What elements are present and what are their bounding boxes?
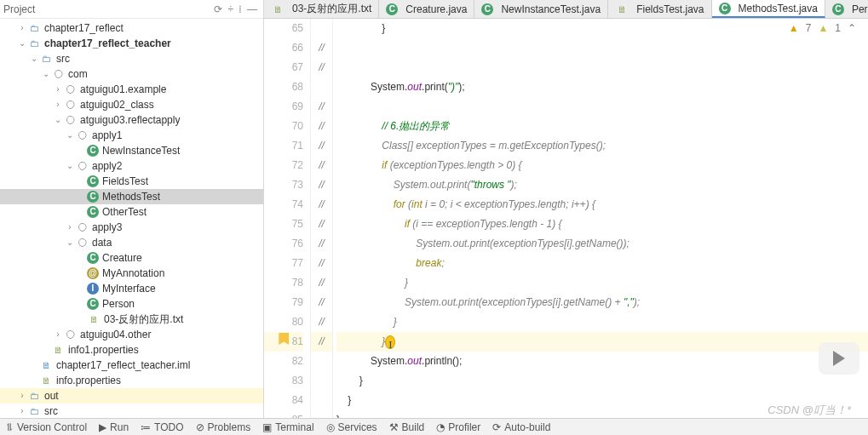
- line-number[interactable]: 68: [264, 77, 303, 97]
- line-number[interactable]: 82: [264, 352, 303, 371]
- collapse-icon[interactable]: ÷: [227, 3, 233, 15]
- line-number[interactable]: 85: [264, 410, 303, 418]
- tree-node[interactable]: CCreature: [0, 250, 263, 266]
- code-line[interactable]: System.out.print(exceptionTypes[i].getNa…: [336, 293, 868, 312]
- code-line[interactable]: Class[] exceptionTypes = m.getExceptionT…: [336, 136, 868, 156]
- code-line[interactable]: for (int i = 0; i < exceptionTypes.lengt…: [336, 195, 868, 215]
- line-number[interactable]: 65: [264, 19, 303, 38]
- fold-gutter[interactable]: //////////////////////////////: [311, 19, 333, 418]
- tree-node[interactable]: 🗎chapter17_reflect_teacher.iml: [0, 358, 263, 373]
- expand-arrow-icon[interactable]: ›: [53, 327, 63, 342]
- statusbar-prob[interactable]: ⊘Problems: [196, 421, 251, 433]
- tree-node[interactable]: ›🞅atguigu04.other: [0, 327, 263, 342]
- editor-tab[interactable]: CNewInstanceTest.java: [474, 0, 608, 18]
- line-number[interactable]: 71: [264, 136, 303, 156]
- code-line[interactable]: }: [336, 410, 868, 418]
- tree-node[interactable]: ⌄🞅atguigu03.reflectapply: [0, 112, 263, 128]
- tree-node[interactable]: IMyInterface: [0, 281, 263, 296]
- tree-node[interactable]: ›🗀out: [0, 388, 263, 404]
- tree-node[interactable]: ›🗀chapter17_reflect: [0, 20, 263, 36]
- line-number[interactable]: 72: [264, 156, 303, 175]
- code-line[interactable]: }: [336, 312, 868, 332]
- code-line[interactable]: System.out.print(")");: [336, 77, 868, 97]
- statusbar-vcs[interactable]: ⥮Version Control: [5, 421, 87, 433]
- editor-tab[interactable]: CPerson.java: [825, 0, 868, 18]
- line-number[interactable]: 76: [264, 234, 303, 254]
- line-number[interactable]: 80: [264, 312, 303, 332]
- expand-arrow-icon[interactable]: ⌄: [65, 158, 75, 174]
- code-content[interactable]: } System.out.print(")"); // 6.抛出的异常 Clas…: [333, 19, 868, 418]
- code-line[interactable]: [336, 58, 868, 77]
- expand-arrow-icon[interactable]: ⌄: [29, 51, 39, 66]
- expand-arrow-icon[interactable]: ›: [17, 388, 27, 404]
- expand-arrow-icon[interactable]: ⌄: [17, 36, 27, 51]
- statusbar-term[interactable]: ▣Terminal: [262, 421, 313, 433]
- tree-node[interactable]: COtherTest: [0, 204, 263, 220]
- expand-arrow-icon[interactable]: ›: [17, 20, 27, 36]
- code-line[interactable]: System.out.print("throws ");: [336, 175, 868, 195]
- tree-node[interactable]: 🗎info.properties: [0, 373, 263, 388]
- tree-node[interactable]: ›🗀src: [0, 404, 263, 418]
- code-line[interactable]: [336, 38, 868, 58]
- editor-tab[interactable]: CMethodsTest.java: [712, 0, 825, 18]
- tree-node[interactable]: ›🞅atguigu01.example: [0, 82, 263, 97]
- line-number[interactable]: 69: [264, 97, 303, 117]
- editor-tab[interactable]: CCreature.java: [379, 0, 474, 18]
- expand-arrow-icon[interactable]: ⌄: [41, 66, 51, 82]
- line-number[interactable]: 73: [264, 175, 303, 195]
- code-line[interactable]: }: [336, 371, 868, 391]
- tree-node[interactable]: ›🞅apply3: [0, 220, 263, 235]
- tree-node[interactable]: ⌄🞅com: [0, 66, 263, 82]
- tree-node[interactable]: CPerson: [0, 296, 263, 312]
- expand-arrow-icon[interactable]: ⌄: [65, 128, 75, 143]
- line-number[interactable]: 66: [264, 38, 303, 58]
- tree-node[interactable]: ⌄🞅apply1: [0, 128, 263, 143]
- tree-node[interactable]: ›🞅atguigu02_class: [0, 97, 263, 112]
- tree-node[interactable]: 🗎03-反射的应用.txt: [0, 312, 263, 327]
- code-line[interactable]: if (exceptionTypes.length > 0) {: [336, 156, 868, 175]
- expand-arrow-icon[interactable]: ›: [53, 97, 63, 112]
- line-number[interactable]: 78: [264, 273, 303, 293]
- project-tree[interactable]: ›🗀chapter17_reflect⌄🗀chapter17_reflect_t…: [0, 19, 263, 418]
- tree-node[interactable]: CMethodsTest: [0, 189, 263, 204]
- editor-tab[interactable]: 🗎FieldsTest.java: [608, 0, 711, 18]
- code-editor[interactable]: ▲7 ▲1 ⌃ 65666768697071727374757677787980…: [264, 19, 868, 418]
- code-line[interactable]: }: [336, 19, 868, 38]
- statusbar-todo[interactable]: ≔TODO: [141, 421, 183, 433]
- editor-tab[interactable]: 🗎03-反射的应用.txt: [264, 0, 379, 18]
- line-number[interactable]: 77: [264, 254, 303, 273]
- hide-icon[interactable]: —: [247, 3, 257, 15]
- tree-node[interactable]: 🗎info1.properties: [0, 342, 263, 358]
- statusbar-prof[interactable]: ◔Profiler: [436, 421, 480, 433]
- code-line[interactable]: }: [336, 391, 868, 410]
- line-number[interactable]: 74: [264, 195, 303, 215]
- expand-arrow-icon[interactable]: ›: [53, 82, 63, 97]
- statusbar-build[interactable]: ⚒Build: [389, 421, 425, 433]
- settings-dropdown-icon[interactable]: ⁞: [239, 3, 242, 15]
- expand-arrow-icon[interactable]: ⌄: [53, 112, 63, 128]
- code-line[interactable]: System.out.print(exceptionTypes[i].getNa…: [336, 234, 868, 254]
- code-line[interactable]: }: [336, 273, 868, 293]
- code-line[interactable]: break;: [336, 254, 868, 273]
- tree-node[interactable]: ⌄🞅data: [0, 235, 263, 250]
- statusbar-svc[interactable]: ◎Services: [326, 421, 377, 433]
- tree-node[interactable]: ⌄🞅apply2: [0, 158, 263, 174]
- line-number[interactable]: 81: [264, 332, 303, 352]
- code-line[interactable]: System.out.println();: [336, 352, 868, 371]
- line-gutter[interactable]: 65666768697071727374757677787980 8182838…: [264, 19, 311, 418]
- code-line[interactable]: if (i == exceptionTypes.length - 1) {: [336, 215, 868, 234]
- statusbar-run[interactable]: ▶Run: [99, 421, 129, 433]
- code-line[interactable]: }: [336, 332, 868, 352]
- editor-tabs[interactable]: 🗎03-反射的应用.txtCCreature.javaCNewInstanceT…: [264, 0, 868, 19]
- tree-node[interactable]: ⌄🗀src: [0, 51, 263, 66]
- tree-node[interactable]: @MyAnnotation: [0, 266, 263, 281]
- refresh-icon[interactable]: ⟳: [214, 3, 222, 15]
- tree-node[interactable]: ⌄🗀chapter17_reflect_teacher: [0, 36, 263, 51]
- line-number[interactable]: 75: [264, 215, 303, 234]
- code-line[interactable]: [336, 97, 868, 117]
- expand-arrow-icon[interactable]: ›: [17, 404, 27, 418]
- code-line[interactable]: // 6.抛出的异常: [336, 117, 868, 136]
- line-number[interactable]: 79: [264, 293, 303, 312]
- tree-node[interactable]: CFieldsTest: [0, 174, 263, 189]
- tree-node[interactable]: CNewInstanceTest: [0, 143, 263, 158]
